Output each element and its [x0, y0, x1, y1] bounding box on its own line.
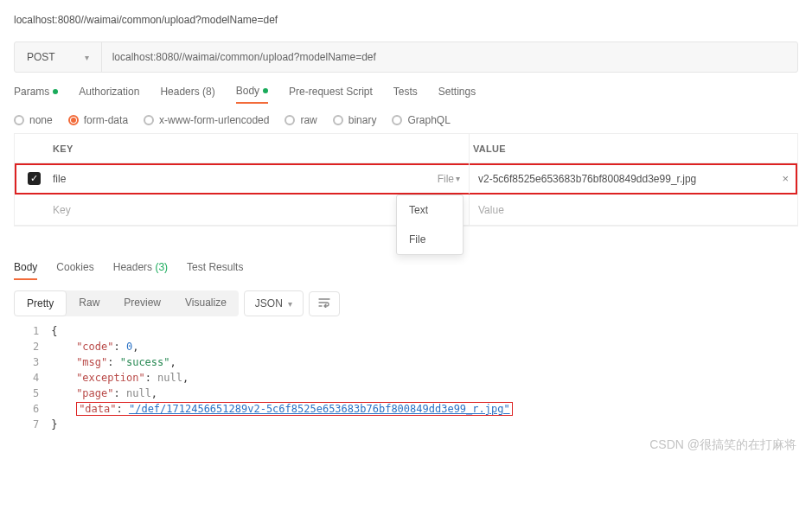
key-cell[interactable]: file [53, 173, 417, 185]
type-select[interactable]: File▾ [417, 173, 469, 185]
checkbox-icon[interactable]: ✓ [28, 172, 41, 185]
tab-authorization[interactable]: Authorization [79, 85, 139, 104]
resp-tab-cookies[interactable]: Cookies [56, 261, 93, 280]
highlight-box: "data": "/def/1712456651289v2-5c6f8525e6… [76, 402, 513, 416]
resp-tab-body[interactable]: Body [14, 261, 37, 280]
request-row: POST ▾ [14, 41, 798, 73]
resp-tab-tests[interactable]: Test Results [187, 261, 243, 280]
value-cell[interactable]: v2-5c6f8525e653683b76bf800849dd3e99_r.jp… [469, 163, 797, 194]
value-placeholder[interactable]: Value [469, 195, 797, 225]
radio-graphql[interactable]: GraphQL [392, 114, 450, 126]
table-row[interactable]: ✓ file File▾ v2-5c6f8525e653683b76bf8008… [15, 163, 797, 195]
col-value: VALUE [469, 134, 797, 163]
radio-none[interactable]: none [14, 114, 53, 126]
key-placeholder[interactable]: Key [53, 204, 417, 216]
body-type-radios: none form-data x-www-form-urlencoded raw… [14, 114, 798, 126]
wrap-icon [318, 297, 330, 308]
view-segment: Pretty Raw Preview Visualize [14, 290, 239, 316]
seg-raw[interactable]: Raw [67, 290, 112, 316]
tab-body[interactable]: Body [236, 85, 268, 104]
watermark: CSDN @很搞笑的在打麻将 [0, 434, 812, 460]
seg-visualize[interactable]: Visualize [173, 290, 239, 316]
kv-header: KEY VALUE [15, 134, 797, 163]
url-input[interactable] [102, 51, 797, 63]
chevron-down-icon: ▾ [85, 53, 89, 62]
method-label: POST [27, 51, 55, 63]
request-tabs: Params Authorization Headers (8) Body Pr… [14, 85, 798, 104]
radio-raw[interactable]: raw [285, 114, 316, 126]
radio-binary[interactable]: binary [333, 114, 377, 126]
chevron-down-icon: ▾ [288, 299, 292, 309]
radio-form-data[interactable]: form-data [68, 114, 128, 126]
address-bar: localhost:8080//waimai/common/upload?mod… [14, 14, 798, 26]
dot-icon [53, 89, 58, 94]
type-dropdown: Text File [396, 195, 464, 255]
response-body: 1234567 { "code": 0, "msg": "sucess", "e… [14, 322, 798, 434]
wrap-button[interactable] [309, 291, 340, 316]
tab-headers[interactable]: Headers (8) [160, 85, 214, 104]
close-icon[interactable]: × [782, 172, 789, 185]
response-tabs: Body Cookies Headers (3) Test Results [14, 261, 798, 280]
dropdown-item-file[interactable]: File [397, 225, 463, 254]
seg-preview[interactable]: Preview [112, 290, 173, 316]
chevron-down-icon: ▾ [456, 174, 460, 183]
response-toolbar: Pretty Raw Preview Visualize JSON▾ [14, 290, 798, 316]
radio-xwww[interactable]: x-www-form-urlencoded [144, 114, 269, 126]
tab-settings[interactable]: Settings [438, 85, 476, 104]
format-select[interactable]: JSON▾ [244, 290, 304, 316]
resp-tab-headers[interactable]: Headers (3) [113, 261, 168, 280]
line-numbers: 1234567 [14, 322, 51, 434]
dot-icon [263, 88, 268, 93]
dropdown-item-text[interactable]: Text [397, 195, 463, 225]
kv-table: KEY VALUE ✓ file File▾ v2-5c6f8525e65368… [14, 133, 798, 226]
json-content[interactable]: { "code": 0, "msg": "sucess", "exception… [51, 322, 512, 434]
seg-pretty[interactable]: Pretty [14, 290, 67, 316]
tab-params[interactable]: Params [14, 85, 58, 104]
tab-prerequest[interactable]: Pre-request Script [289, 85, 373, 104]
col-key: KEY [49, 144, 469, 154]
tab-tests[interactable]: Tests [393, 85, 418, 104]
file-chip: v2-5c6f8525e653683b76bf800849dd3e99_r.jp… [478, 173, 696, 185]
method-select[interactable]: POST ▾ [15, 42, 102, 72]
